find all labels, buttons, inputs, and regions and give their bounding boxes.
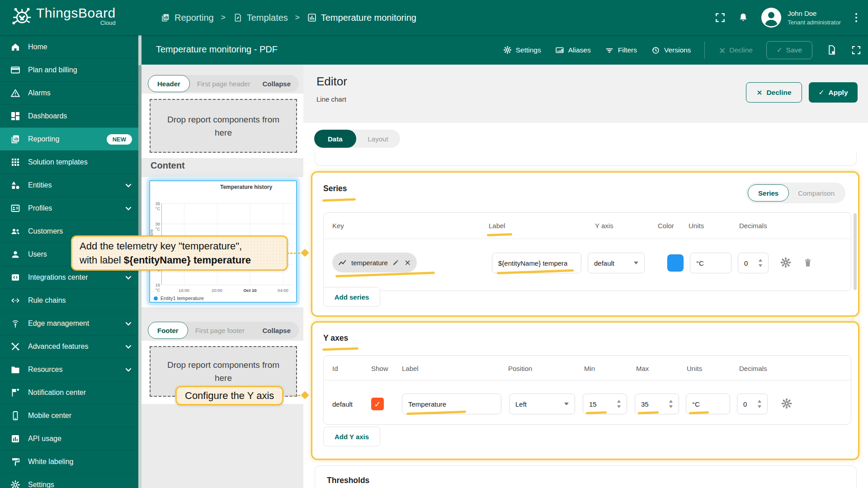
breadcrumb-reporting[interactable]: Reporting: [160, 13, 214, 23]
sidebar-item-entities[interactable]: Entities: [0, 174, 138, 197]
fullscreen-icon[interactable]: [714, 12, 726, 23]
entities-icon: [10, 180, 21, 191]
editor-mode-toggle: Data Layout: [314, 130, 400, 148]
more-menu-icon[interactable]: [853, 10, 860, 25]
chevron-down-icon: [125, 343, 132, 350]
settings-button[interactable]: Settings: [503, 45, 541, 55]
y-axes-card-title: Y axes: [323, 333, 348, 343]
sidebar-item-settings[interactable]: Settings: [0, 473, 138, 488]
y-axis-decimals-stepper[interactable]: 0: [737, 394, 768, 414]
tab-data[interactable]: Data: [314, 130, 356, 148]
tab-first-page-footer[interactable]: First page footer: [188, 327, 252, 334]
add-series-button[interactable]: Add series: [323, 287, 380, 307]
editor-apply-button[interactable]: ✓ Apply: [809, 82, 858, 103]
sidebar-item-reporting[interactable]: Reporting NEW: [0, 127, 138, 150]
telemetry-key-chip[interactable]: temperature ×: [332, 253, 417, 272]
series-settings-gear-icon[interactable]: [779, 256, 792, 269]
sidebar-item-dashboards[interactable]: Dashboards: [0, 104, 138, 127]
resources-icon: [10, 364, 21, 375]
tab-first-page-header[interactable]: First page header: [190, 80, 258, 88]
report-layout-panel: Header First page header Collapse Drop r…: [142, 65, 303, 488]
sidebar-item-notification-center[interactable]: Notification center: [0, 381, 138, 404]
sidebar-item-solution-templates[interactable]: Solution templates: [0, 150, 138, 174]
stepper-arrows-icon[interactable]: [617, 400, 621, 408]
solution-templates-icon: [10, 157, 21, 168]
show-checkbox[interactable]: ✓: [371, 398, 384, 410]
report-toolbar: Temperature monitoring - PDF Settings Al…: [142, 35, 868, 65]
series-color-swatch[interactable]: [667, 254, 684, 272]
timeseries-icon: [338, 258, 347, 267]
templates-icon: [233, 13, 243, 23]
edge-management-icon: [10, 318, 21, 329]
gear-icon: [503, 45, 512, 55]
toggle-comparison[interactable]: Comparison: [789, 189, 844, 197]
sidebar-item-white-labeling[interactable]: White labeling: [0, 450, 138, 473]
thingsboard-logo-icon: [11, 5, 32, 26]
series-decimals-stepper[interactable]: 0: [738, 253, 769, 273]
add-y-axis-button[interactable]: Add Y axis: [323, 427, 380, 446]
highlight-underline: [322, 198, 356, 202]
history-clock-icon: [651, 45, 660, 55]
col-decimals: Decimals: [739, 222, 767, 230]
filters-button[interactable]: Filters: [604, 45, 637, 55]
stepper-arrows-icon[interactable]: [758, 400, 761, 408]
breadcrumb-current[interactable]: Temperature monitoring: [307, 13, 416, 23]
sidebar-item-mobile-center[interactable]: Mobile center: [0, 404, 138, 427]
save-button-disabled[interactable]: ✓ Save: [766, 41, 812, 59]
footer-collapse-button[interactable]: Collapse: [262, 327, 299, 334]
decline-button-disabled[interactable]: × Decline: [718, 45, 753, 55]
stepper-arrows-icon[interactable]: [669, 400, 673, 408]
widget-editor: Editor Line chart × Decline ✓ Apply Data…: [303, 65, 868, 488]
avatar: [760, 7, 782, 28]
sidebar-item-alarms[interactable]: Alarms: [0, 81, 138, 104]
thingsboard-logo[interactable]: ThingsBoard Cloud: [11, 5, 116, 26]
editor-title: Editor: [316, 75, 347, 89]
fullscreen-icon[interactable]: [851, 45, 862, 56]
sidebar-item-home[interactable]: Home: [0, 35, 138, 58]
dropdown-arrow-icon: [634, 262, 638, 264]
sidebar-item-api-usage[interactable]: API usage: [0, 427, 138, 450]
sidebar-item-edge-management[interactable]: Edge management: [0, 312, 138, 335]
position-select[interactable]: Left: [509, 394, 575, 414]
user-name: John Doe: [788, 9, 816, 17]
reporting-icon: [160, 13, 170, 23]
sidebar-item-resources[interactable]: Resources: [0, 358, 138, 381]
tab-footer[interactable]: Footer: [148, 322, 188, 339]
edit-pencil-icon[interactable]: [392, 258, 400, 267]
table-scrollbar[interactable]: [854, 213, 857, 290]
series-y-axis-select[interactable]: default: [588, 253, 645, 273]
check-icon: ✓: [818, 89, 824, 97]
series-table: Key Label Y axis Color Units Decimals te…: [323, 212, 851, 291]
breadcrumb: Reporting > Templates > Temperature moni…: [160, 0, 416, 35]
sidebar-item-rule-chains[interactable]: Rule chains: [0, 289, 138, 312]
sidebar-item-profiles[interactable]: Profiles: [0, 197, 138, 220]
mobile-center-icon: [10, 410, 21, 421]
series-delete-trash-icon[interactable]: [802, 256, 814, 269]
sidebar-item-advanced-features[interactable]: Advanced features: [0, 335, 138, 358]
col-units: Units: [689, 222, 704, 230]
editor-decline-button[interactable]: × Decline: [746, 82, 802, 103]
versions-button[interactable]: Versions: [651, 45, 691, 55]
y-axis-guide-tooltip: Configure the Y axis: [175, 386, 283, 405]
tab-layout[interactable]: Layout: [356, 135, 400, 143]
chevron-down-icon: [125, 366, 132, 373]
header-dropzone[interactable]: Drop report components from here: [150, 99, 297, 153]
notifications-bell-icon[interactable]: [738, 12, 749, 23]
advanced-features-icon: [10, 341, 21, 352]
sidebar-item-plan-billing[interactable]: Plan and billing: [0, 58, 138, 81]
filter-icon: [604, 45, 614, 55]
y-axis-settings-gear-icon[interactable]: [780, 397, 793, 410]
tab-header[interactable]: Header: [148, 75, 190, 92]
user-menu[interactable]: John Doe Tenant administrator: [760, 7, 841, 28]
series-units-input[interactable]: °C: [690, 253, 731, 273]
col-units: Units: [687, 365, 702, 372]
profiles-icon: [10, 203, 21, 214]
toggle-series[interactable]: Series: [748, 184, 789, 202]
generate-report-icon[interactable]: [826, 44, 837, 56]
footer-tabs: Footer First page footer Collapse: [148, 322, 299, 339]
aliases-button[interactable]: Aliases: [555, 45, 591, 55]
breadcrumb-templates[interactable]: Templates: [233, 13, 288, 23]
stepper-arrows-icon[interactable]: [759, 259, 762, 267]
header-collapse-button[interactable]: Collapse: [262, 80, 299, 88]
remove-chip-icon[interactable]: ×: [404, 258, 411, 267]
